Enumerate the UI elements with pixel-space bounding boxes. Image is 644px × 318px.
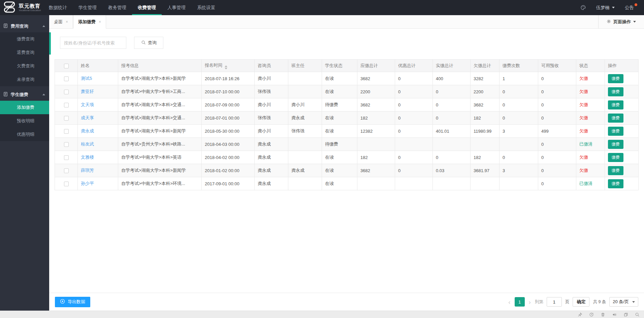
nav-item-fees[interactable]: 收费管理	[132, 0, 162, 15]
row-checkbox[interactable]	[64, 76, 69, 81]
student-name-link[interactable]: 桂友武	[81, 141, 94, 147]
row-checkbox[interactable]	[64, 155, 69, 160]
tab-desktop[interactable]: 桌面 ×	[49, 15, 73, 28]
row-checkbox[interactable]	[64, 116, 69, 121]
student-name-link[interactable]: 成天享	[81, 115, 94, 120]
export-button[interactable]: 导出数据	[55, 297, 90, 307]
logo-mark-icon	[2, 1, 18, 14]
tab-add-payment[interactable]: 添加缴费 ×	[73, 15, 106, 29]
pay-button[interactable]: 缴费	[608, 166, 623, 175]
history-icon[interactable]	[589, 312, 594, 317]
nav-item-data-stats[interactable]: 数据统计	[43, 0, 73, 15]
brand-subtext: Vocational Education	[19, 9, 41, 12]
table-row: 孙少平自学考试>中南大学>本科>环境...2017-09-01 00:00龚永成…	[55, 177, 639, 190]
student-name-link[interactable]: 文雅楼	[81, 155, 94, 160]
pay-button[interactable]: 缴费	[608, 140, 623, 149]
status-badge: 已缴清	[579, 181, 592, 186]
page-size-select[interactable]: 20 条/页	[609, 297, 638, 307]
pay-button[interactable]: 缴费	[608, 87, 623, 96]
table-header-row: 姓名 报考信息 报名时间 咨询员 班主任 学生状态 应缴总计 优惠总计 实缴总计…	[55, 60, 639, 72]
student-name-link[interactable]: 孙少平	[81, 181, 94, 186]
nav-item-students[interactable]: 学生管理	[73, 0, 102, 15]
search-button[interactable]: 查询	[134, 37, 163, 49]
student-name-link[interactable]: 测试5	[81, 76, 92, 81]
row-checkbox[interactable]	[64, 168, 69, 173]
pay-button[interactable]: 缴费	[608, 179, 623, 188]
search-icon[interactable]	[635, 312, 640, 317]
row-checkbox[interactable]	[64, 90, 69, 94]
chevron-down-icon	[612, 7, 615, 8]
window-restore-icon[interactable]	[623, 312, 628, 317]
table-row: 文雅楼自学考试>中南大学>本科>英语2018-04-02 00:00龚永成在读1…	[55, 151, 639, 164]
user-menu[interactable]: 伍梦楠	[596, 5, 615, 11]
col-due-total: 应缴总计	[357, 60, 395, 72]
tab-label: 桌面	[54, 19, 63, 25]
student-name-link[interactable]: 文天项	[81, 102, 94, 107]
tab-bar: 桌面 × 添加缴费 × 页面操作	[49, 15, 644, 29]
nav-item-academic[interactable]: 教务管理	[102, 0, 132, 15]
col-actions: 操作	[605, 60, 639, 72]
col-enroll-info: 报考信息	[118, 60, 202, 72]
goto-page-input[interactable]	[547, 297, 562, 307]
pin-icon[interactable]	[578, 312, 582, 317]
student-name-link[interactable]: 萧亚轩	[81, 89, 94, 94]
sidebar-item-discount-detail[interactable]: 优惠明细	[0, 128, 49, 141]
trash-icon[interactable]	[601, 312, 605, 317]
sidebar-item-unrecorded-query[interactable]: 未录查询	[0, 73, 49, 86]
pay-button[interactable]: 缴费	[608, 153, 623, 162]
close-icon[interactable]: ×	[99, 20, 101, 24]
row-checkbox[interactable]	[64, 129, 69, 134]
next-page-button[interactable]: ›	[528, 299, 532, 305]
student-name-link[interactable]: 薛琪芳	[81, 168, 94, 173]
page-size-value: 20 条/页	[613, 299, 629, 305]
page-operations-button[interactable]: 页面操作	[598, 15, 644, 28]
volume-icon[interactable]	[612, 312, 617, 317]
main-area: 桌面 × 添加缴费 × 页面操作	[49, 15, 644, 311]
status-badge: 欠缴	[579, 128, 588, 133]
notice-label: 公告	[625, 5, 634, 10]
row-checkbox[interactable]	[64, 142, 69, 147]
students-table: 姓名 报考信息 报名时间 咨询员 班主任 学生状态 应缴总计 优惠总计 实缴总计…	[55, 59, 639, 190]
document-icon	[3, 23, 8, 29]
col-enroll-date[interactable]: 报名时间	[202, 60, 255, 72]
close-icon[interactable]: ×	[66, 20, 68, 24]
sidebar-item-add-payment[interactable]: 添加缴费	[0, 101, 49, 114]
sidebar-item-prepay-detail[interactable]: 预收明细	[0, 114, 49, 128]
pay-button[interactable]: 缴费	[608, 127, 623, 136]
nav-item-system[interactable]: 系统设置	[191, 0, 221, 15]
sidebar-item-payment-query[interactable]: 缴费查询	[0, 32, 49, 46]
student-name-link[interactable]: 龚永成	[81, 128, 94, 133]
notice-badge	[635, 3, 637, 6]
pay-button[interactable]: 缴费	[608, 74, 623, 83]
row-checkbox[interactable]	[64, 103, 69, 107]
select-all-checkbox[interactable]	[64, 64, 69, 68]
sort-icon[interactable]	[225, 65, 227, 69]
status-badge: 欠缴	[579, 102, 588, 107]
sidebar-group-fee-query[interactable]: 费用查询	[0, 20, 49, 32]
col-discount-total: 优惠总计	[395, 60, 433, 72]
table-footer: 导出数据 ‹ 1 › 到第 页 确定 共 9 条 20 条/页	[49, 293, 644, 311]
sidebar-item-refund-query[interactable]: 退费查询	[0, 46, 49, 59]
notice-link[interactable]: 公告	[625, 5, 636, 11]
table-row: 桂友武自学考试>贵州大学>本科>铁路...2018-04-03 00:00龚永成…	[55, 138, 639, 151]
status-badge: 欠缴	[579, 76, 588, 81]
theme-palette-icon[interactable]	[580, 5, 586, 10]
confirm-button[interactable]: 确定	[573, 297, 589, 307]
nav-item-hr[interactable]: 人事管理	[162, 0, 191, 15]
col-consultant: 咨询员	[255, 60, 288, 72]
pay-button[interactable]: 缴费	[608, 100, 623, 109]
search-icon	[141, 40, 146, 46]
prev-page-button[interactable]: ‹	[508, 299, 511, 305]
search-input[interactable]	[60, 37, 126, 49]
row-checkbox[interactable]	[64, 182, 69, 186]
sidebar-item-arrears-query[interactable]: 欠费查询	[0, 59, 49, 73]
page-unit-label: 页	[565, 299, 570, 305]
status-badge: 欠缴	[579, 115, 588, 120]
sidebar-group-fee-query-items: 缴费查询 退费查询 欠费查询 未录查询	[0, 32, 49, 86]
table-row: 成天享自学考试>湖南大学>本科>交通...2018-07-01 00:00张伟强…	[55, 112, 639, 125]
pay-button[interactable]: 缴费	[608, 114, 623, 123]
gear-icon	[607, 19, 611, 25]
sidebar-group-student-payment[interactable]: 学生缴费	[0, 88, 49, 101]
search-section: 查询	[49, 32, 644, 55]
current-page-button[interactable]: 1	[515, 297, 525, 307]
